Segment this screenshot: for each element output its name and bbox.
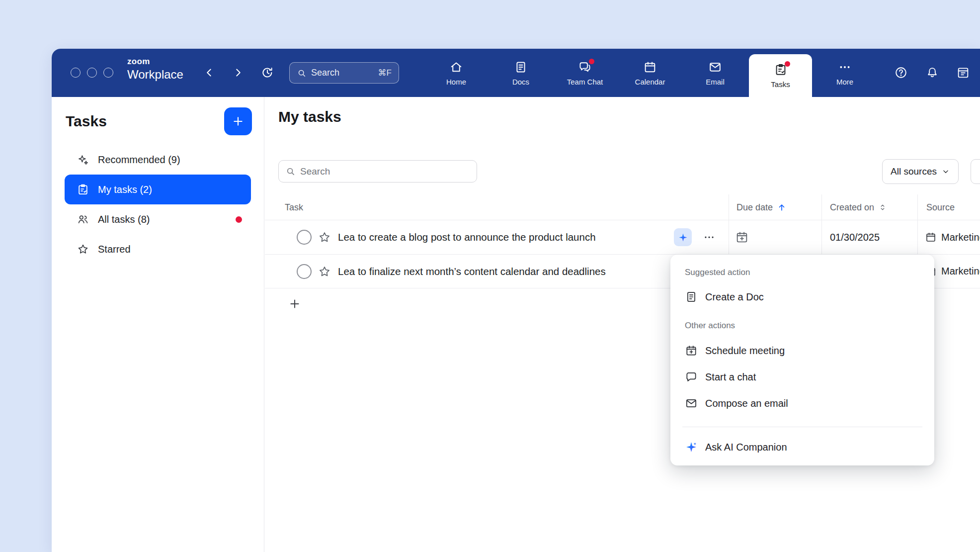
column-source[interactable]: Source [926, 194, 955, 220]
source-label: Marketing [941, 232, 980, 243]
history-button[interactable] [257, 63, 277, 83]
sidebar-item-label: Starred [98, 244, 131, 255]
people-icon [77, 213, 89, 226]
sidebar-title: Tasks [66, 113, 107, 130]
tab-tasks[interactable]: Tasks [749, 54, 812, 97]
sidebar-nav: Recommended (9) My tasks (2) All ta [65, 145, 251, 264]
tab-calendar[interactable]: Calendar [621, 49, 679, 97]
window-controls [71, 68, 113, 78]
app-window: zoom Workplace Search ⌘F [52, 49, 980, 552]
menu-item-ask-ai-companion[interactable]: Ask AI Companion [679, 436, 926, 459]
menu-item-compose-email[interactable]: Compose an email [679, 392, 926, 415]
menu-item-create-doc[interactable]: Create a Doc [679, 285, 926, 308]
ai-companion-button[interactable] [674, 228, 692, 246]
tasks-icon [774, 63, 788, 77]
tab-email-label: Email [706, 78, 725, 86]
tab-more-label: More [836, 78, 853, 86]
column-created-on[interactable]: Created on [830, 194, 887, 220]
ai-sparkle-icon [685, 441, 698, 454]
sidebar-item-my-tasks[interactable]: My tasks (2) [65, 175, 251, 204]
task-search-input[interactable] [300, 166, 470, 177]
home-icon [449, 60, 463, 74]
tab-more[interactable]: More [816, 49, 874, 97]
schedule-button[interactable] [953, 63, 973, 83]
calendar-plus-icon [735, 230, 749, 244]
back-button[interactable] [199, 63, 219, 83]
header-search-shortcut: ⌘F [378, 68, 392, 78]
task-search[interactable] [278, 160, 477, 183]
docs-icon [514, 60, 528, 74]
sidebar-item-all-tasks[interactable]: All tasks (8) [65, 204, 251, 234]
row-more-button[interactable] [701, 229, 718, 246]
task-checkbox[interactable] [297, 255, 312, 288]
window-control-dot[interactable] [87, 68, 97, 78]
tab-home-label: Home [446, 78, 466, 86]
sparkle-icon [77, 153, 89, 166]
suggested-actions-menu: Suggested action Create a Doc Other acti… [670, 255, 934, 465]
sidebar-item-starred[interactable]: Starred [65, 234, 251, 264]
tab-team-chat-label: Team Chat [567, 78, 603, 86]
calendar-plus-icon [685, 344, 698, 357]
top-bar: zoom Workplace Search ⌘F [52, 49, 980, 97]
new-task-button[interactable] [224, 107, 252, 135]
notifications-button[interactable] [922, 63, 942, 83]
all-tasks-notification-dot [236, 216, 242, 223]
search-icon [297, 68, 307, 78]
task-title: Lea to create a blog post to announce th… [338, 220, 596, 254]
help-icon [894, 66, 908, 80]
tab-email[interactable]: Email [686, 49, 744, 97]
menu-item-start-chat[interactable]: Start a chat [679, 366, 926, 388]
row-more-wrap [701, 220, 718, 254]
star-icon[interactable] [318, 255, 331, 288]
star-icon [77, 243, 89, 256]
menu-item-schedule-meeting[interactable]: Schedule meeting [679, 339, 926, 362]
window-control-dot[interactable] [71, 68, 81, 78]
search-icon [285, 166, 296, 177]
filter-button-partial[interactable] [971, 159, 980, 184]
due-date-add-button[interactable] [735, 220, 749, 254]
page-title: My tasks [278, 108, 341, 125]
sources-filter-dropdown[interactable]: All sources [882, 159, 959, 184]
column-task[interactable]: Task [285, 194, 303, 220]
window-control-dot[interactable] [103, 68, 113, 78]
menu-divider [682, 427, 922, 427]
email-icon [685, 397, 698, 410]
table-header: Task Due date Created on Source [265, 194, 980, 220]
header-search[interactable]: Search ⌘F [289, 62, 399, 84]
ai-sparkle-icon [678, 232, 688, 243]
column-due-date[interactable]: Due date [736, 194, 787, 220]
menu-section-label: Other actions [685, 321, 735, 331]
tab-team-chat[interactable]: Team Chat [556, 49, 614, 97]
tab-home[interactable]: Home [427, 49, 486, 97]
sources-filter-label: All sources [891, 166, 937, 177]
bell-icon [925, 66, 939, 80]
menu-item-label: Create a Doc [705, 291, 764, 303]
sidebar: Tasks Recommended (9) [52, 97, 264, 552]
star-icon[interactable] [318, 220, 331, 254]
help-button[interactable] [891, 63, 911, 83]
calendar-icon [925, 231, 937, 243]
task-row[interactable]: Lea to create a blog post to announce th… [265, 220, 980, 255]
menu-section-label: Suggested action [685, 268, 750, 277]
team-chat-icon [578, 60, 592, 74]
team-chat-notification-dot [589, 59, 594, 64]
app-logo: zoom Workplace [127, 57, 183, 82]
logo-workplace: Workplace [127, 67, 183, 82]
chevron-right-icon [232, 66, 245, 79]
calendar-icon [643, 60, 657, 74]
forward-button[interactable] [228, 63, 248, 83]
chevron-down-icon [941, 167, 950, 176]
sidebar-item-recommended[interactable]: Recommended (9) [65, 145, 251, 175]
plus-icon [288, 297, 301, 310]
history-icon [260, 66, 274, 80]
tab-docs[interactable]: Docs [491, 49, 550, 97]
email-icon [708, 60, 722, 74]
source-cell: Marketing [925, 220, 980, 254]
sidebar-item-label: Recommended (9) [98, 154, 180, 166]
task-checkbox[interactable] [297, 220, 312, 254]
menu-item-label: Schedule meeting [705, 345, 785, 357]
clipboard-check-icon [77, 183, 89, 196]
chevron-left-icon [203, 66, 216, 79]
plus-icon [232, 115, 245, 128]
add-task-button[interactable] [287, 296, 302, 311]
